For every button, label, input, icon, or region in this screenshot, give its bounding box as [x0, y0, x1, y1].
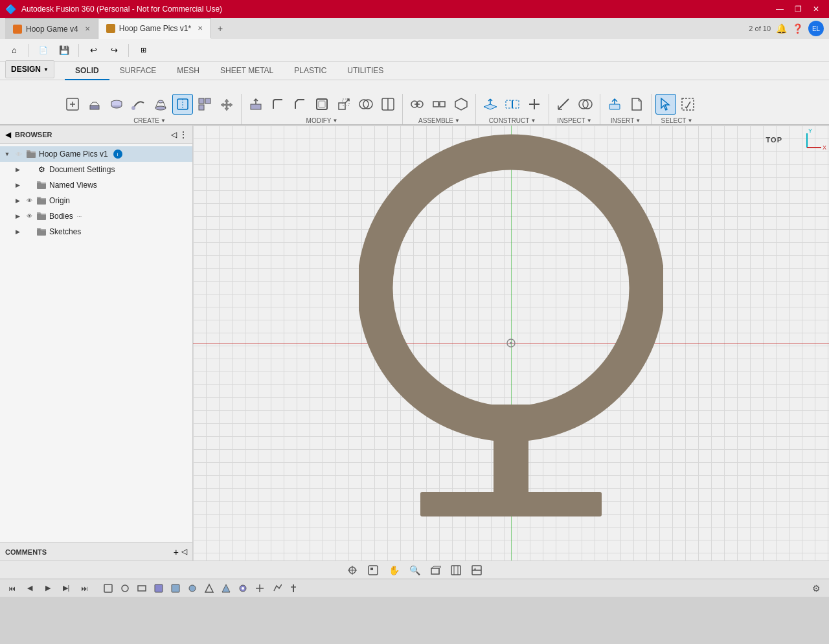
status-tool-4[interactable]: [152, 581, 166, 595]
tree-item-doc-settings[interactable]: ▶ ⚙ Document Settings: [0, 162, 192, 177]
sketch-rect-tool[interactable]: [135, 581, 149, 595]
shell-tool[interactable]: [312, 94, 332, 115]
tab-close-1[interactable]: ✕: [85, 25, 90, 32]
tree-item-sketches[interactable]: ▶ Sketches: [0, 224, 192, 239]
sketch-line-tool[interactable]: [101, 581, 115, 595]
viewport[interactable]: TOP Y X: [193, 126, 829, 561]
loft-tool[interactable]: [150, 94, 171, 115]
comments-expand-icon[interactable]: ◁: [181, 547, 187, 557]
tab-hoop-game-v4[interactable]: Hoop Game v4 ✕: [5, 18, 98, 39]
offset-plane-tool[interactable]: [480, 94, 501, 115]
select-label[interactable]: SELECT ▼: [661, 117, 693, 124]
design-dropdown[interactable]: DESIGN ▼: [5, 60, 54, 78]
status-tool-9[interactable]: [236, 581, 250, 595]
pattern-tool[interactable]: [194, 94, 215, 115]
tree-item-origin[interactable]: ▶ 👁 Origin: [0, 193, 192, 208]
status-tool-pin[interactable]: [286, 581, 301, 595]
display-settings-button[interactable]: [365, 562, 381, 578]
status-tool-7[interactable]: [202, 581, 216, 595]
inspect-label[interactable]: INSPECT ▼: [557, 117, 591, 124]
new-component-tool[interactable]: [62, 94, 83, 115]
status-tool-6[interactable]: [185, 581, 199, 595]
render-button[interactable]: [448, 562, 464, 578]
new-design-button[interactable]: 📄: [34, 41, 52, 60]
pan-button[interactable]: ✋: [386, 562, 402, 578]
modify-label[interactable]: MODIFY ▼: [306, 117, 338, 124]
status-tool-8[interactable]: [219, 581, 233, 595]
nav-next-button[interactable]: ▶|: [60, 582, 73, 595]
midplane-tool[interactable]: [502, 94, 523, 115]
add-comment-button[interactable]: +: [174, 547, 179, 557]
move-tool[interactable]: [216, 94, 237, 115]
tree-item-named-views[interactable]: ▶ Named Views: [0, 177, 192, 193]
sketch-circle-tool[interactable]: [118, 581, 132, 595]
user-avatar[interactable]: EL: [808, 21, 824, 36]
as-built-joint-tool[interactable]: [429, 94, 449, 115]
tab-mesh[interactable]: MESH: [166, 62, 210, 80]
split-face-tool[interactable]: [378, 94, 398, 115]
axis-tool[interactable]: [524, 94, 545, 115]
measure-tool[interactable]: [553, 94, 574, 115]
interference-tool[interactable]: [575, 94, 596, 115]
settings-button[interactable]: ⚙: [808, 581, 824, 596]
status-tool-11[interactable]: [269, 581, 284, 595]
tree-item-bodies[interactable]: ▶ 👁 Bodies ···: [0, 208, 192, 224]
assemble-label[interactable]: ASSEMBLE ▼: [418, 117, 460, 124]
tab-sheet-metal[interactable]: SHEET METAL: [210, 62, 284, 80]
create-label[interactable]: CREATE ▼: [133, 117, 166, 124]
tab-utilities[interactable]: UTILITIES: [337, 62, 394, 80]
window-select-tool[interactable]: [677, 94, 698, 115]
hole-tool[interactable]: [172, 94, 193, 115]
visibility-bodies[interactable]: 👁: [25, 212, 34, 221]
tab-hoop-game-pics[interactable]: Hoop Game Pics v1* ✕: [98, 18, 211, 39]
tab-close-2[interactable]: ✕: [198, 25, 203, 32]
notifications-icon[interactable]: 🔔: [776, 23, 787, 34]
nav-last-button[interactable]: ⏭: [78, 582, 91, 595]
construct-label[interactable]: CONSTRUCT ▼: [489, 117, 536, 124]
home-button[interactable]: ⌂: [5, 41, 23, 60]
tab-surface[interactable]: SURFACE: [109, 62, 167, 80]
expand-origin[interactable]: ▶: [13, 196, 22, 205]
visibility-origin[interactable]: 👁: [25, 196, 34, 205]
redo-button[interactable]: ↪: [105, 41, 123, 60]
sidebar-collapse-icon[interactable]: ◁: [171, 130, 177, 139]
insert-label[interactable]: INSERT ▼: [611, 117, 641, 124]
rigid-group-tool[interactable]: [451, 94, 471, 115]
nav-prev-button[interactable]: ◀: [23, 582, 36, 595]
select-tool[interactable]: [655, 94, 676, 115]
revolve-tool[interactable]: [106, 94, 127, 115]
save-button[interactable]: 💾: [55, 41, 73, 60]
insert-svg-tool[interactable]: [626, 94, 647, 115]
extrude-tool[interactable]: [84, 94, 105, 115]
visibility-root[interactable]: 👁: [14, 150, 23, 159]
insert-mesh-tool[interactable]: [604, 94, 625, 115]
scale-tool[interactable]: [334, 94, 354, 115]
sweep-tool[interactable]: [128, 94, 149, 115]
joint-tool[interactable]: [407, 94, 427, 115]
press-pull-tool[interactable]: [245, 94, 266, 115]
grid-display-button[interactable]: [345, 562, 360, 578]
expand-doc-settings[interactable]: ▶: [13, 165, 22, 174]
tab-solid[interactable]: SOLID: [65, 62, 109, 80]
help-icon[interactable]: ❓: [792, 23, 803, 34]
expand-sketches[interactable]: ▶: [13, 227, 22, 236]
status-tool-10[interactable]: [253, 581, 267, 595]
undo-button[interactable]: ↩: [84, 41, 102, 60]
expand-bodies[interactable]: ▶: [13, 212, 22, 221]
new-tab-button[interactable]: +: [211, 18, 229, 39]
nav-first-button[interactable]: ⏮: [5, 582, 18, 595]
expand-root[interactable]: ▼: [3, 150, 12, 159]
expand-named-views[interactable]: ▶: [13, 181, 22, 190]
tab-plastic[interactable]: PLASTIC: [284, 62, 337, 80]
sidebar-options-icon[interactable]: ⋮: [179, 130, 187, 139]
chamfer-tool[interactable]: [290, 94, 310, 115]
section-analysis-button[interactable]: ▲: [469, 562, 484, 578]
tree-item-root[interactable]: ▼ 👁 Hoop Game Pics v1 i: [0, 146, 192, 162]
status-tool-5[interactable]: [168, 581, 183, 595]
view-cube-button[interactable]: [427, 562, 443, 578]
minimize-button[interactable]: —: [772, 3, 788, 15]
browser-collapse-btn[interactable]: ◀: [5, 130, 11, 139]
fillet-tool[interactable]: [267, 94, 288, 115]
close-button[interactable]: ✕: [808, 3, 824, 15]
combine-tool[interactable]: [356, 94, 376, 115]
